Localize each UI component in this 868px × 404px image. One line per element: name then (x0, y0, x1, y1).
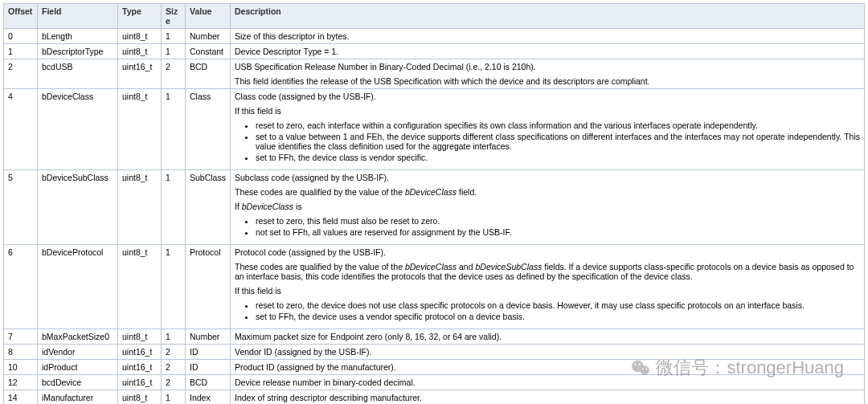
cell-value: Constant (186, 44, 231, 59)
cell-field: bLength (38, 29, 118, 44)
cell-type: uint16_t (118, 375, 162, 390)
cell-value: Number (186, 329, 231, 345)
cell-value: BCD (186, 375, 231, 390)
cell-field: bcdDevice (38, 375, 118, 390)
cell-offset: 14 (4, 390, 38, 405)
cell-value: ID (186, 360, 231, 375)
cell-offset: 5 (4, 170, 38, 245)
cell-size: 1 (162, 170, 186, 245)
cell-field: idVendor (38, 345, 118, 360)
cell-value: Number (186, 29, 231, 44)
cell-description: USB Specification Release Number in Bina… (231, 59, 865, 89)
cell-field: bDescriptorType (38, 44, 118, 59)
cell-type: uint16_t (118, 360, 162, 375)
col-header-field: Field (38, 4, 118, 29)
cell-field: bMaxPacketSize0 (38, 329, 118, 345)
cell-description: Device release number in binary-coded de… (231, 375, 865, 390)
cell-offset: 0 (4, 29, 38, 44)
table-row: 7bMaxPacketSize0uint8_t1NumberMaximum pa… (4, 329, 865, 345)
cell-size: 2 (162, 360, 186, 375)
table-row: 2bcdUSBuint16_t2BCDUSB Specification Rel… (4, 59, 865, 89)
cell-field: bDeviceSubClass (38, 170, 118, 245)
cell-description: Maximum packet size for Endpoint zero (o… (231, 329, 865, 345)
table-row: 5bDeviceSubClassuint8_t1SubClassSubclass… (4, 170, 865, 245)
cell-value: Index (186, 390, 231, 405)
cell-offset: 12 (4, 375, 38, 390)
table-row: 10idProductuint16_t2IDProduct ID (assign… (4, 360, 865, 375)
cell-type: uint16_t (118, 345, 162, 360)
cell-description: Protocol code (assigned by the USB-IF).T… (231, 245, 865, 329)
cell-description: Device Descriptor Type = 1. (231, 44, 865, 59)
col-header-description: Description (231, 4, 865, 29)
cell-size: 1 (162, 44, 186, 59)
cell-value: Protocol (186, 245, 231, 329)
table-row: 1bDescriptorTypeuint8_t1ConstantDevice D… (4, 44, 865, 59)
col-header-value: Value (186, 4, 231, 29)
cell-offset: 10 (4, 360, 38, 375)
descriptor-table: Offset Field Type Size Value Description… (3, 3, 865, 404)
cell-size: 1 (162, 89, 186, 170)
cell-type: uint8_t (118, 390, 162, 405)
cell-description: Class code (assigned by the USB-IF).If t… (231, 89, 865, 170)
cell-offset: 8 (4, 345, 38, 360)
col-header-size: Size (162, 4, 186, 29)
cell-offset: 6 (4, 245, 38, 329)
table-row: 8idVendoruint16_t2IDVendor ID (assigned … (4, 345, 865, 360)
cell-value: ID (186, 345, 231, 360)
cell-size: 1 (162, 390, 186, 405)
cell-description: Size of this descriptor in bytes. (231, 29, 865, 44)
cell-value: SubClass (186, 170, 231, 245)
cell-type: uint8_t (118, 329, 162, 345)
table-row: 4bDeviceClassuint8_t1ClassClass code (as… (4, 89, 865, 170)
cell-size: 1 (162, 245, 186, 329)
cell-size: 2 (162, 375, 186, 390)
col-header-offset: Offset (4, 4, 38, 29)
cell-size: 2 (162, 59, 186, 89)
cell-field: bDeviceClass (38, 89, 118, 170)
cell-offset: 1 (4, 44, 38, 59)
cell-field: bDeviceProtocol (38, 245, 118, 329)
cell-field: iManufacturer (38, 390, 118, 405)
cell-type: uint8_t (118, 44, 162, 59)
table-header-row: Offset Field Type Size Value Description (4, 4, 865, 29)
cell-type: uint8_t (118, 29, 162, 44)
cell-value: Class (186, 89, 231, 170)
table-row: 12bcdDeviceuint16_t2BCDDevice release nu… (4, 375, 865, 390)
table-row: 14iManufactureruint8_t1IndexIndex of str… (4, 390, 865, 405)
cell-field: bcdUSB (38, 59, 118, 89)
cell-offset: 2 (4, 59, 38, 89)
cell-field: idProduct (38, 360, 118, 375)
table-row: 0bLengthuint8_t1NumberSize of this descr… (4, 29, 865, 44)
col-header-type: Type (118, 4, 162, 29)
cell-description: Vendor ID (assigned by the USB-IF). (231, 345, 865, 360)
cell-type: uint8_t (118, 89, 162, 170)
cell-offset: 7 (4, 329, 38, 345)
cell-description: Product ID (assigned by the manufacturer… (231, 360, 865, 375)
cell-type: uint16_t (118, 59, 162, 89)
cell-type: uint8_t (118, 170, 162, 245)
cell-description: Subclass code (assigned by the USB-IF).T… (231, 170, 865, 245)
cell-offset: 4 (4, 89, 38, 170)
cell-description: Index of string descriptor describing ma… (231, 390, 865, 405)
cell-size: 1 (162, 329, 186, 345)
table-row: 6bDeviceProtocoluint8_t1ProtocolProtocol… (4, 245, 865, 329)
cell-value: BCD (186, 59, 231, 89)
cell-size: 1 (162, 29, 186, 44)
cell-type: uint8_t (118, 245, 162, 329)
cell-size: 2 (162, 345, 186, 360)
